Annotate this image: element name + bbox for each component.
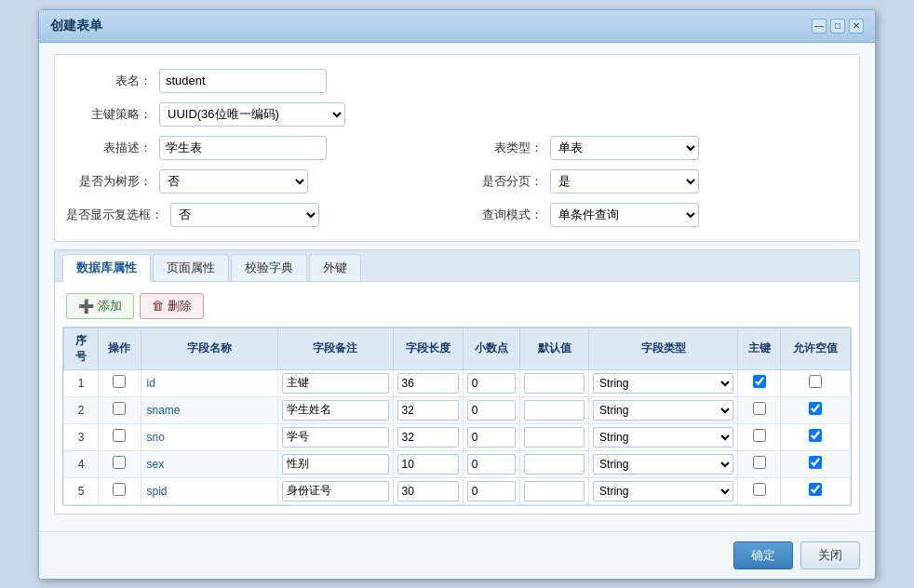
type-select[interactable]: String Integer Date Double bbox=[593, 481, 733, 501]
delete-button[interactable]: 🗑 删除 bbox=[140, 293, 204, 319]
primary-key-checkbox[interactable] bbox=[753, 456, 766, 469]
cell-seq: 1 bbox=[64, 369, 99, 396]
decimal-input[interactable] bbox=[467, 427, 517, 448]
cell-action bbox=[98, 477, 141, 504]
decimal-input[interactable] bbox=[467, 481, 517, 501]
default-input[interactable] bbox=[524, 400, 585, 421]
row-checkbox[interactable] bbox=[113, 429, 126, 442]
tab-foreign-key[interactable]: 外键 bbox=[309, 254, 361, 281]
tab-db-properties[interactable]: 数据库属性 bbox=[62, 254, 151, 282]
cell-comment bbox=[278, 396, 393, 423]
cell-type: String Integer Date Double bbox=[589, 450, 738, 477]
row-checkbox[interactable] bbox=[113, 375, 126, 388]
primary-key-checkbox[interactable] bbox=[753, 402, 766, 415]
cell-nullable bbox=[780, 450, 850, 477]
row-checkbox[interactable] bbox=[113, 483, 126, 496]
add-button[interactable]: ➕ 添加 bbox=[66, 293, 134, 319]
table-type-select[interactable]: 单表 bbox=[550, 136, 699, 160]
decimal-input[interactable] bbox=[467, 373, 517, 394]
plus-icon: ➕ bbox=[78, 299, 94, 314]
restore-button[interactable]: □ bbox=[830, 19, 845, 33]
close-button[interactable]: 关闭 bbox=[800, 541, 860, 569]
default-input[interactable] bbox=[524, 481, 585, 501]
default-input[interactable] bbox=[524, 427, 585, 448]
close-window-button[interactable]: ✕ bbox=[849, 19, 864, 33]
delete-icon: 🗑 bbox=[152, 299, 164, 313]
length-input[interactable] bbox=[397, 481, 459, 501]
title-bar: 创建表单 — □ ✕ bbox=[39, 10, 875, 43]
row-checkbox[interactable] bbox=[113, 456, 126, 469]
comment-input[interactable] bbox=[282, 454, 388, 474]
dialog-footer: 确定 关闭 bbox=[39, 531, 875, 579]
nullable-checkbox[interactable] bbox=[809, 483, 822, 496]
minimize-button[interactable]: — bbox=[812, 19, 827, 33]
nullable-checkbox[interactable] bbox=[809, 429, 822, 442]
table-type-label: 表类型： bbox=[457, 140, 550, 156]
cell-comment bbox=[278, 477, 393, 504]
nullable-checkbox[interactable] bbox=[809, 402, 822, 415]
tab-page-properties[interactable]: 页面属性 bbox=[153, 254, 229, 281]
cell-nullable bbox=[780, 423, 850, 450]
primary-key-checkbox[interactable] bbox=[753, 429, 766, 442]
primary-key-checkbox[interactable] bbox=[753, 483, 766, 496]
cell-seq: 5 bbox=[64, 477, 99, 504]
create-table-dialog: 创建表单 — □ ✕ 表名： 主键策略： UUID(36位唯一编码) bbox=[38, 9, 876, 580]
table-header-row: 序号 操作 字段名称 字段备注 字段长度 小数点 默认值 字段类型 主键 允许空… bbox=[64, 327, 851, 369]
table-name-input[interactable] bbox=[159, 69, 327, 93]
comment-input[interactable] bbox=[282, 481, 388, 501]
length-input[interactable] bbox=[397, 373, 459, 394]
table-row: 3 sno String Integer Date bbox=[64, 423, 851, 450]
is-tree-select[interactable]: 否 bbox=[159, 169, 308, 194]
comment-input[interactable] bbox=[282, 400, 388, 421]
desc-type-row: 表描述： 表类型： 单表 bbox=[55, 131, 859, 165]
row-checkbox[interactable] bbox=[113, 402, 126, 415]
table-row: 4 sex String Integer Date bbox=[64, 450, 851, 477]
cell-action bbox=[98, 450, 141, 477]
nullable-checkbox[interactable] bbox=[809, 375, 822, 388]
cell-primary bbox=[738, 396, 781, 423]
cell-field-name: spid bbox=[141, 477, 278, 504]
decimal-input[interactable] bbox=[467, 400, 517, 421]
cell-action bbox=[98, 423, 141, 450]
default-input[interactable] bbox=[524, 373, 585, 394]
tabs-container: 数据库属性 页面属性 校验字典 外键 ➕ 添加 🗑 删除 bbox=[54, 249, 860, 514]
cell-field-name: id bbox=[141, 369, 278, 396]
nullable-checkbox[interactable] bbox=[809, 456, 822, 469]
length-input[interactable] bbox=[397, 454, 459, 474]
cell-comment bbox=[278, 369, 393, 396]
query-mode-select[interactable]: 单条件查询 bbox=[550, 203, 699, 227]
cell-primary bbox=[738, 369, 781, 396]
type-select[interactable]: String Integer Date Double bbox=[593, 427, 733, 448]
col-field-name: 字段名称 bbox=[141, 327, 278, 369]
is-paged-select[interactable]: 是 bbox=[550, 169, 699, 194]
comment-input[interactable] bbox=[282, 373, 388, 394]
description-label: 表描述： bbox=[66, 140, 159, 156]
tabs-content: ➕ 添加 🗑 删除 序号 操作 bbox=[55, 282, 859, 514]
description-input[interactable] bbox=[159, 136, 327, 160]
confirm-button[interactable]: 确定 bbox=[733, 541, 793, 569]
comment-input[interactable] bbox=[282, 427, 388, 448]
field-name-text: spid bbox=[147, 485, 168, 498]
decimal-input[interactable] bbox=[467, 454, 517, 474]
form-section: 表名： 主键策略： UUID(36位唯一编码) 表描述： 表类型： bbox=[54, 54, 860, 242]
type-select[interactable]: String Integer Date Double bbox=[593, 373, 733, 394]
default-input[interactable] bbox=[524, 454, 585, 474]
add-label: 添加 bbox=[98, 298, 122, 314]
show-checkbox-select[interactable]: 否 bbox=[170, 203, 319, 227]
length-input[interactable] bbox=[397, 400, 459, 421]
tab-validate-dict[interactable]: 校验字典 bbox=[231, 254, 307, 281]
length-input[interactable] bbox=[397, 427, 459, 448]
col-comment: 字段备注 bbox=[278, 327, 393, 369]
primary-key-checkbox[interactable] bbox=[753, 375, 766, 388]
col-default: 默认值 bbox=[520, 327, 589, 369]
col-primary: 主键 bbox=[738, 327, 781, 369]
type-select[interactable]: String Integer Date Double bbox=[593, 400, 733, 421]
cell-type: String Integer Date Double bbox=[589, 369, 738, 396]
col-seq: 序号 bbox=[64, 327, 99, 369]
cell-decimal bbox=[463, 477, 520, 504]
type-select[interactable]: String Integer Date Double bbox=[593, 454, 733, 474]
cell-field-name: sex bbox=[141, 450, 278, 477]
tabs-header: 数据库属性 页面属性 校验字典 外键 bbox=[55, 250, 859, 282]
primary-key-select[interactable]: UUID(36位唯一编码) bbox=[159, 102, 345, 127]
table-row: 5 spid String Integer Date bbox=[64, 477, 851, 504]
